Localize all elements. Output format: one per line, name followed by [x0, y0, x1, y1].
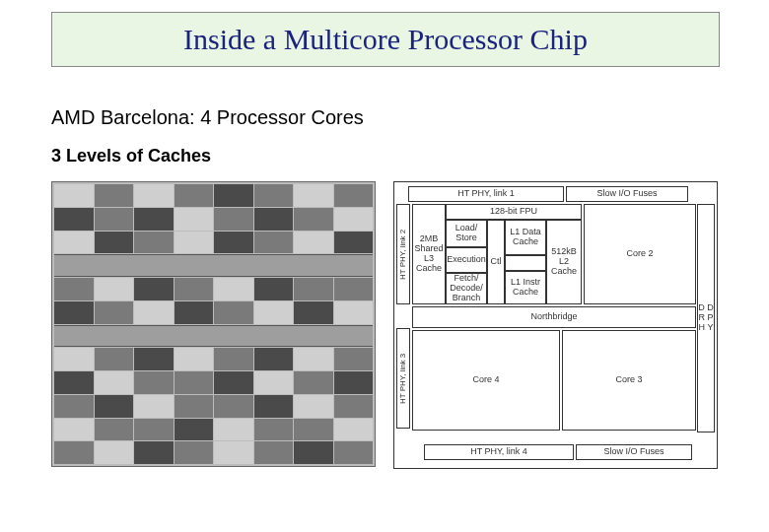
l1d-cache: L1 Data Cache: [505, 220, 546, 255]
figures-row: HT PHY, link 1 Slow I/O Fuses HT PHY, li…: [51, 181, 718, 497]
ctl: Ctl: [487, 220, 505, 304]
left-link2: HT PHY, link 2: [396, 204, 410, 304]
bottom-link4: HT PHY, link 4: [424, 444, 574, 460]
fetch-decode: Fetch/ Decode/ Branch: [446, 273, 487, 304]
execution: Execution: [446, 247, 487, 273]
title-box: Inside a Multicore Processor Chip: [51, 12, 720, 67]
subtitle: AMD Barcelona: 4 Processor Cores: [51, 106, 364, 129]
top-link1: HT PHY, link 1: [408, 186, 564, 202]
northbridge: Northbridge: [412, 306, 696, 328]
l2-cache: 512kB L2 Cache: [546, 220, 582, 304]
bottom-slowio: Slow I/O Fuses: [576, 444, 692, 460]
core4: Core 4: [412, 330, 560, 431]
core2: Core 2: [584, 204, 696, 304]
ddr-phy: D D R P H Y: [697, 204, 715, 432]
core3: Core 3: [562, 330, 696, 431]
fpu: 128-bit FPU: [446, 204, 582, 220]
load-store: Load/ Store: [446, 220, 487, 247]
caches-heading: 3 Levels of Caches: [51, 146, 211, 166]
spacer-1: [505, 255, 546, 271]
slide-title: Inside a Multicore Processor Chip: [183, 23, 588, 56]
top-slowio: Slow I/O Fuses: [566, 186, 688, 202]
l3-cache: 2MB Shared L3 Cache: [412, 204, 446, 304]
floorplan-diagram: HT PHY, link 1 Slow I/O Fuses HT PHY, li…: [393, 181, 718, 469]
left-link3: HT PHY, link 3: [396, 328, 410, 429]
die-photo: [51, 181, 376, 467]
l1i-cache: L1 Instr Cache: [505, 271, 546, 304]
